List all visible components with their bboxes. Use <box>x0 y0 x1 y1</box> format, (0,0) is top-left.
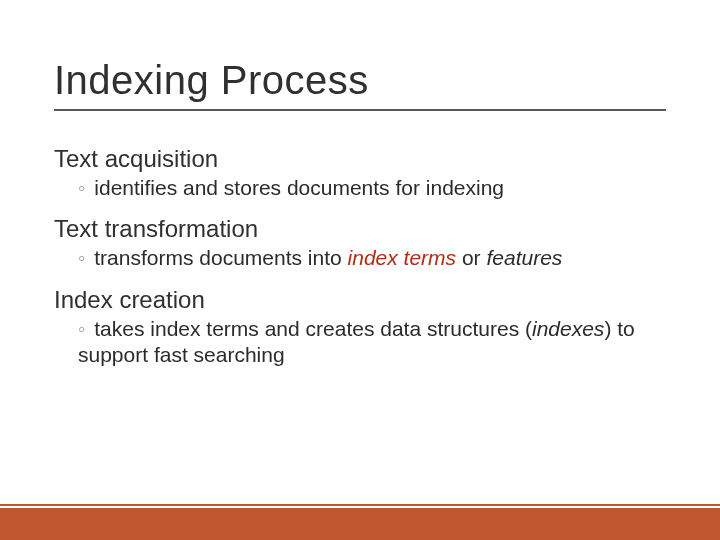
slide-body: Text acquisition ◦ identifies and stores… <box>54 145 666 382</box>
section-heading: Text transformation <box>54 215 666 243</box>
section-bullet: ◦ takes index terms and creates data str… <box>54 316 666 369</box>
section-heading: Index creation <box>54 286 666 314</box>
section-text-transformation: Text transformation ◦ transforms documen… <box>54 215 666 271</box>
slide: Indexing Process Text acquisition ◦ iden… <box>0 0 720 540</box>
bullet-text: or <box>456 246 486 269</box>
bullet-icon: ◦ <box>78 176 91 199</box>
section-index-creation: Index creation ◦ takes index terms and c… <box>54 286 666 369</box>
bullet-icon: ◦ <box>78 246 91 269</box>
section-bullet: ◦ identifies and stores documents for in… <box>54 175 666 201</box>
section-heading: Text acquisition <box>54 145 666 173</box>
footer-accent-bar <box>0 508 720 540</box>
bullet-text-emph: features <box>486 246 562 269</box>
bullet-text-emph: index terms <box>348 246 457 269</box>
bullet-text: transforms documents into <box>94 246 347 269</box>
section-text-acquisition: Text acquisition ◦ identifies and stores… <box>54 145 666 201</box>
bullet-text-emph: indexes <box>532 317 604 340</box>
slide-title: Indexing Process <box>54 58 666 111</box>
section-bullet: ◦ transforms documents into index terms … <box>54 245 666 271</box>
bullet-text: identifies and stores documents for inde… <box>94 176 504 199</box>
bullet-text: takes index terms and creates data struc… <box>94 317 532 340</box>
bullet-icon: ◦ <box>78 317 91 340</box>
